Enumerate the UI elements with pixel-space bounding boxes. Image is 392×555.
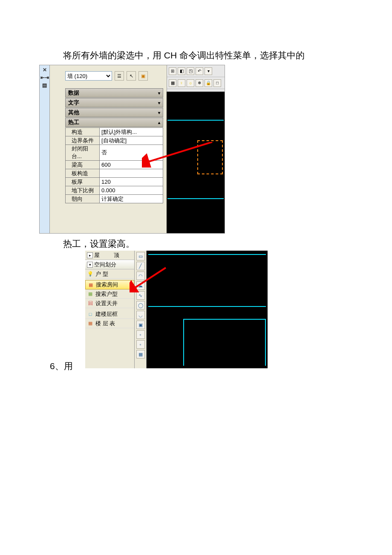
prop-label: 朝向 bbox=[66, 195, 100, 203]
properties-panel: ✕ ⇤⇥ ▤ ⊞ ◧ ◳ ↶ ▾ ▦ ♀ ☼ ❄ 🔒 □ 墙 (120) bbox=[39, 65, 225, 234]
prop-label: 构造 bbox=[66, 128, 100, 136]
lock-icon[interactable]: 🔒 bbox=[205, 79, 212, 87]
sun-icon[interactable]: ☼ bbox=[187, 79, 194, 87]
section-data[interactable]: 数据▾ bbox=[65, 88, 163, 98]
cad-line bbox=[183, 319, 266, 366]
sidebar-item-floor-table[interactable]: ▦ 楼 层 表 bbox=[85, 319, 134, 328]
section-other[interactable]: 其他▾ bbox=[65, 108, 163, 117]
arc-icon[interactable]: ◠ bbox=[136, 272, 145, 280]
undo-icon[interactable]: ↶ bbox=[196, 67, 203, 75]
dropdown-icon[interactable]: ▾ bbox=[205, 67, 212, 75]
hatch-icon[interactable]: ▦ bbox=[136, 350, 145, 358]
prop-row: 边界条件 [自动确定] bbox=[66, 136, 163, 145]
cad-line bbox=[148, 306, 266, 307]
draw-toolbar: ▭ ╱ ◠ ☁ ∿ ◯ ◡ ▣ ▫ ▫ ▦ bbox=[135, 251, 147, 368]
prop-label: 板厚 bbox=[66, 178, 100, 186]
section-thermal[interactable]: 热工▴ bbox=[65, 118, 163, 127]
prop-value[interactable]: 120 bbox=[100, 178, 163, 186]
search-room-icon: ▦ bbox=[87, 281, 94, 288]
sidebar-item-floor-frame[interactable]: □ 建楼层框 bbox=[85, 309, 134, 319]
sidebar-group-space[interactable]: ▾ 空间划分 bbox=[85, 260, 134, 269]
options-icon[interactable]: ▤ bbox=[42, 82, 47, 88]
prop-row: 封闭阳台... 否 bbox=[66, 145, 163, 161]
prop-label: 板构造 bbox=[66, 169, 100, 178]
expand-icon: ▸ bbox=[87, 252, 93, 258]
prop-value[interactable]: 否 bbox=[100, 145, 163, 161]
sidebar-item-huxing[interactable]: 💡 户 型 bbox=[85, 269, 134, 279]
cloud-icon[interactable]: ☁ bbox=[136, 281, 145, 290]
lightbulb-icon[interactable]: ♀ bbox=[178, 79, 185, 87]
courtyard-icon: 回 bbox=[87, 300, 94, 307]
ellipse-icon[interactable]: ◯ bbox=[136, 301, 145, 309]
toolbar-strips: ⊞ ◧ ◳ ↶ ▾ ▦ ♀ ☼ ❄ 🔒 □ bbox=[167, 65, 225, 92]
sidebar-item-search-unit[interactable]: ▦ 搜索户型 bbox=[85, 289, 134, 299]
cad-viewport bbox=[167, 92, 225, 233]
prop-row: 地下比例 0.000 bbox=[66, 186, 163, 195]
panel-docking-strip: ✕ ⇤⇥ ▤ bbox=[40, 65, 50, 233]
prop-value[interactable]: 计算确定 bbox=[100, 195, 163, 203]
cad-sidebar-panel: ▸ 屋 顶 ▾ 空间划分 💡 户 型 ▦ 搜索房间 ▦ 搜索户型 回 设置天井 … bbox=[85, 251, 268, 368]
color-icon[interactable]: □ bbox=[213, 79, 221, 87]
ellipse-arc-icon[interactable]: ◡ bbox=[136, 311, 145, 319]
close-icon[interactable]: ✕ bbox=[43, 67, 47, 73]
layer-icon[interactable]: ▦ bbox=[169, 79, 176, 87]
prop-value[interactable] bbox=[100, 169, 163, 178]
body-text-3: 6、用 bbox=[50, 360, 73, 372]
toggle-icon[interactable]: ▣ bbox=[138, 71, 148, 81]
body-text-2: 热工，设置梁高。 bbox=[63, 238, 135, 250]
sidebar-menu: ▸ 屋 顶 ▾ 空间划分 💡 户 型 ▦ 搜索房间 ▦ 搜索户型 回 设置天井 … bbox=[85, 251, 135, 368]
prop-value[interactable]: 600 bbox=[100, 161, 163, 169]
floor-frame-icon: □ bbox=[87, 311, 94, 318]
select-objects-icon[interactable]: ↖ bbox=[127, 71, 136, 81]
chevron-down-icon: ▾ bbox=[158, 91, 160, 95]
tool-icon[interactable]: ◧ bbox=[178, 67, 185, 75]
object-type-select[interactable]: 墙 (120) bbox=[65, 71, 112, 81]
prop-row: 板厚 120 bbox=[66, 178, 163, 186]
cad-wall-outline bbox=[197, 140, 223, 174]
chevron-down-icon: ▾ bbox=[158, 110, 160, 115]
body-text-1: 将所有外墙的梁选中，用 CH 命令调出特性菜单，选择其中的 bbox=[63, 49, 305, 61]
prop-row: 梁高 600 bbox=[66, 161, 163, 169]
prop-row: 朝向 计算确定 bbox=[66, 195, 163, 203]
sidebar-item-search-room[interactable]: ▦ 搜索房间 bbox=[85, 280, 134, 289]
prop-row: 板构造 bbox=[66, 169, 163, 178]
prop-label: 梁高 bbox=[66, 161, 100, 169]
properties-table: 构造 [默认]外墙构... 边界条件 [自动确定] 封闭阳台... 否 梁高 6… bbox=[65, 127, 163, 203]
spline-icon[interactable]: ∿ bbox=[136, 291, 145, 300]
prop-label: 地下比例 bbox=[66, 186, 100, 195]
prop-label: 边界条件 bbox=[66, 136, 100, 145]
prop-value[interactable]: 0.000 bbox=[100, 186, 163, 195]
cad-line bbox=[148, 254, 266, 255]
prop-label: 封闭阳台... bbox=[66, 145, 100, 161]
line-icon[interactable]: ╱ bbox=[136, 262, 145, 270]
quick-select-icon[interactable]: ☰ bbox=[115, 71, 124, 81]
autohide-icon[interactable]: ⇤⇥ bbox=[40, 75, 49, 81]
chevron-up-icon: ▴ bbox=[158, 120, 160, 125]
floor-table-icon: ▦ bbox=[87, 320, 94, 327]
freeze-icon[interactable]: ❄ bbox=[196, 79, 203, 87]
bulb-icon: 💡 bbox=[87, 271, 94, 278]
tool-icon[interactable]: ◳ bbox=[187, 67, 194, 75]
cad-line bbox=[167, 198, 224, 199]
prop-value[interactable]: [自动确定] bbox=[100, 136, 163, 145]
rectangle-icon[interactable]: ▭ bbox=[136, 252, 145, 260]
search-unit-icon: ▦ bbox=[87, 291, 94, 298]
point-icon[interactable]: ▫ bbox=[136, 340, 145, 349]
section-text[interactable]: 文字▾ bbox=[65, 98, 163, 107]
cad-line bbox=[167, 120, 224, 121]
prop-value[interactable]: [默认]外墙构... bbox=[100, 128, 163, 136]
chevron-down-icon: ▾ bbox=[158, 101, 160, 105]
tool-icon[interactable]: ⊞ bbox=[169, 67, 176, 75]
block-icon[interactable]: ▣ bbox=[136, 321, 145, 329]
prop-row: 构造 [默认]外墙构... bbox=[66, 128, 163, 136]
insert-icon[interactable]: ▫ bbox=[136, 330, 145, 339]
collapse-icon: ▾ bbox=[87, 262, 93, 268]
sidebar-group-roof[interactable]: ▸ 屋 顶 bbox=[85, 251, 134, 260]
sidebar-item-set-courtyard[interactable]: 回 设置天井 bbox=[85, 299, 134, 308]
